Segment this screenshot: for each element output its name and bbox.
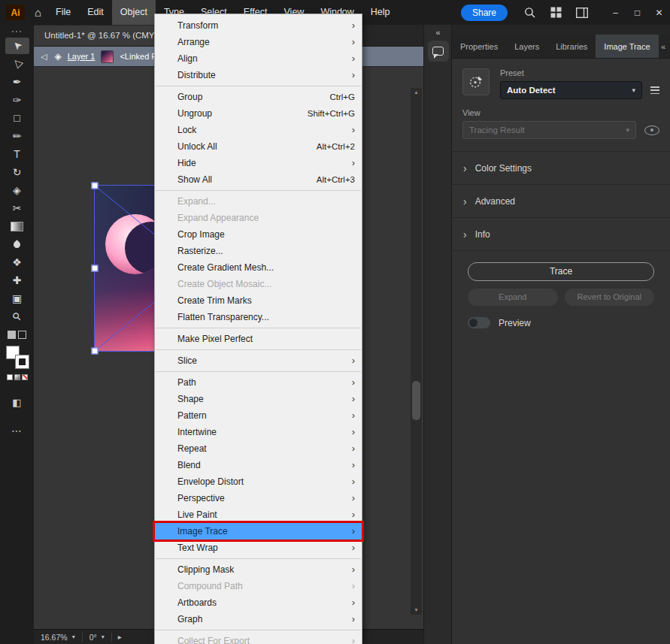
tab-libraries[interactable]: Libraries (547, 35, 596, 58)
search-icon[interactable] (520, 3, 539, 23)
direct-selection-tool[interactable]: ▷ (5, 56, 29, 72)
menu-item-arrange[interactable]: Arrange› (155, 34, 362, 50)
menu-item-rasterize[interactable]: Rasterize... (155, 243, 362, 259)
menu-item-image-trace[interactable]: Image Trace› (155, 523, 362, 540)
selection-handle[interactable] (92, 183, 99, 189)
pen-tool[interactable]: ✒ (5, 74, 29, 90)
menu-item-perspective[interactable]: Perspective› (155, 490, 362, 506)
home-icon[interactable]: ⌂ (35, 6, 41, 19)
selection-handle[interactable] (92, 265, 99, 272)
menu-item-lock[interactable]: Lock› (155, 122, 362, 138)
menu-item-align[interactable]: Align› (155, 50, 362, 67)
menu-item-hide[interactable]: Hide› (155, 155, 362, 171)
eyedropper-tool[interactable] (5, 236, 29, 252)
rotate-tool[interactable]: ↻ (5, 164, 29, 180)
submenu-arrow-icon: › (352, 506, 355, 523)
menu-item-transform[interactable]: Transform› (155, 17, 362, 34)
menu-item-flatten-transparency[interactable]: Flatten Transparency... (155, 309, 362, 325)
section-advanced[interactable]: ›Advanced (452, 185, 670, 218)
zoom-level-select[interactable]: 16.67% ▾ (34, 630, 82, 644)
draw-normal-icon[interactable] (8, 331, 16, 339)
preset-menu-icon[interactable] (650, 86, 659, 94)
trace-button[interactable]: Trace (468, 262, 654, 281)
menu-item-distribute[interactable]: Distribute› (155, 67, 362, 83)
menubar-item-object[interactable]: Object (112, 0, 156, 25)
stroke-swatch[interactable] (16, 355, 29, 368)
menu-item-unlock-all[interactable]: Unlock AllAlt+Ctrl+2 (155, 138, 362, 155)
share-button[interactable]: Share (461, 5, 508, 21)
fill-stroke-control[interactable] (6, 346, 29, 368)
section-color-settings[interactable]: ›Color Settings (452, 152, 670, 185)
gradient-tool[interactable] (5, 218, 29, 234)
menu-item-pattern[interactable]: Pattern› (155, 407, 362, 424)
visibility-eye-icon[interactable] (644, 125, 659, 135)
menu-item-live-paint[interactable]: Live Paint› (155, 506, 362, 523)
section-info[interactable]: ›Info (452, 218, 670, 251)
draw-inside-icon[interactable] (18, 331, 26, 339)
menu-separator (156, 630, 361, 630)
tab-image-trace[interactable]: Image Trace (596, 35, 658, 58)
menu-item-graph[interactable]: Graph› (155, 611, 362, 627)
color-button[interactable] (7, 374, 13, 380)
workspace-switcher-icon[interactable] (546, 3, 565, 23)
preview-toggle[interactable] (468, 317, 490, 328)
menu-item-artboards[interactable]: Artboards› (155, 594, 362, 611)
screen-mode-icon[interactable]: ◧ (12, 397, 21, 408)
document-tab[interactable]: Untitled-1* @ 16.67 % (CMYK (34, 26, 171, 46)
menu-item-repeat[interactable]: Repeat› (155, 440, 362, 457)
scroll-down-icon[interactable]: ▾ (414, 607, 417, 613)
image-trace-icon[interactable] (462, 68, 490, 95)
menu-item-show-all[interactable]: Show AllAlt+Ctrl+3 (155, 171, 362, 188)
edit-toolbar-icon[interactable]: ⋯ (11, 425, 23, 437)
menu-item-make-pixel-perfect[interactable]: Make Pixel Perfect (155, 331, 362, 347)
menu-item-shape[interactable]: Shape› (155, 391, 362, 407)
type-tool[interactable]: T (5, 146, 29, 162)
menu-item-blend[interactable]: Blend› (155, 457, 362, 473)
selection-tool[interactable]: ➤ (5, 38, 29, 54)
menu-item-envelope-distort[interactable]: Envelope Distort› (155, 473, 362, 490)
menu-item-group[interactable]: GroupCtrl+G (155, 89, 362, 105)
panel-layout-icon[interactable] (572, 3, 592, 23)
expand-panels-icon[interactable]: « (661, 42, 665, 51)
blend-tool[interactable]: ❖ (5, 254, 29, 271)
curvature-tool[interactable]: ✑ (5, 92, 29, 108)
vertical-scrollbar[interactable]: ▴ ▾ (411, 88, 422, 615)
minimize-button[interactable]: – (605, 0, 626, 25)
maximize-button[interactable]: □ (626, 0, 648, 25)
menu-item-text-wrap[interactable]: Text Wrap› (155, 540, 362, 556)
menu-item-crop-image[interactable]: Crop Image (155, 226, 362, 243)
menu-item-path[interactable]: Path› (155, 374, 362, 391)
tab-properties[interactable]: Properties (452, 35, 506, 58)
gradient-button[interactable] (14, 374, 20, 380)
collapse-panels-icon[interactable]: « (435, 28, 440, 37)
scroll-up-icon[interactable]: ▴ (414, 89, 417, 95)
paintbrush-tool[interactable]: ✏ (5, 128, 29, 144)
tab-layers[interactable]: Layers (506, 35, 547, 58)
none-button[interactable] (22, 374, 28, 380)
menu-item-slice[interactable]: Slice› (155, 352, 362, 369)
artboard-tool[interactable]: ▣ (5, 290, 29, 307)
eraser-tool[interactable]: ◈ (5, 182, 29, 198)
menu-item-ungroup[interactable]: UngroupShift+Ctrl+G (155, 105, 362, 122)
back-icon[interactable]: ◁ (41, 52, 47, 62)
scrollbar-thumb[interactable] (412, 381, 420, 420)
rectangle-tool[interactable]: □ (5, 110, 29, 126)
menu-item-create-gradient-mesh[interactable]: Create Gradient Mesh... (155, 259, 362, 276)
menubar-item-edit[interactable]: Edit (79, 0, 112, 25)
menu-item-intertwine[interactable]: Intertwine› (155, 424, 362, 440)
selection-handle[interactable] (92, 348, 99, 355)
scissors-tool[interactable]: ✂ (5, 200, 29, 216)
preset-select[interactable]: Auto Detect ▾ (500, 81, 642, 99)
layer-breadcrumb[interactable]: Layer 1 (68, 52, 95, 61)
zoom-tool[interactable]: ⚲ (5, 308, 29, 325)
menubar-item-help[interactable]: Help (362, 0, 399, 25)
menu-item-clipping-mask[interactable]: Clipping Mask› (155, 561, 362, 578)
hand-tool[interactable]: ✚ (5, 272, 29, 289)
toolbar-drag-handle[interactable] (11, 30, 23, 34)
rotation-select[interactable]: 0° ▾ (83, 630, 111, 644)
menubar-item-file[interactable]: File (47, 0, 79, 25)
status-next-icon[interactable]: ▸ (112, 633, 128, 641)
menu-item-create-trim-marks[interactable]: Create Trim Marks (155, 292, 362, 309)
close-button[interactable]: ✕ (648, 0, 670, 25)
comment-button[interactable] (428, 41, 449, 62)
